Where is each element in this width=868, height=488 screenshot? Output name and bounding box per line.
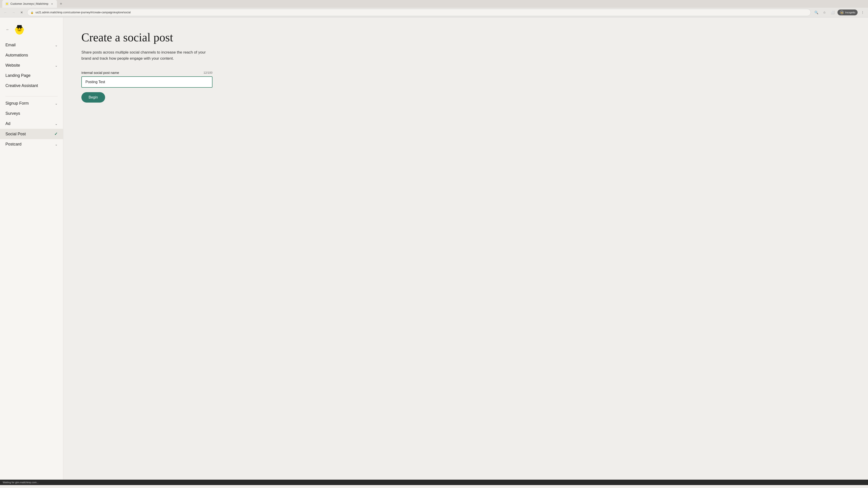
svg-point-5 [15,28,17,31]
status-text: Waiting for gtm.mailchimp.com... [3,481,39,484]
menu-button[interactable]: ⋮ [860,9,866,15]
url-display: us21.admin.mailchimp.com/customer-journe… [35,11,807,14]
split-view-button[interactable]: ⬜ [829,9,836,15]
sidebar-item-landing-page-label: Landing Page [5,73,31,78]
sidebar-item-ad[interactable]: Ad ⌄ [0,119,63,129]
chevron-down-icon: ⌄ [55,142,58,146]
app-layout: ← Email ⌄ [0,18,868,480]
social-post-name-input[interactable] [81,76,213,88]
tab-bar: Customer Journeys | Mailchimp ✕ + [0,0,868,8]
svg-rect-8 [17,27,22,28]
sidebar-item-email-label: Email [5,43,16,47]
form-label: Internal social post name [81,71,119,74]
sidebar-item-creative-assistant-label: Creative Assistant [5,84,38,88]
reload-button[interactable]: ✕ [19,9,25,15]
tab-title: Customer Journeys | Mailchimp [10,2,49,5]
sidebar-item-ad-label: Ad [5,121,10,126]
forward-nav-button[interactable]: → [10,9,17,15]
sidebar-header: ← [0,21,63,40]
chevron-down-icon: ⌄ [55,102,58,105]
active-tab[interactable]: Customer Journeys | Mailchimp ✕ [2,0,57,8]
address-bar-row: ← → ✕ 🔒 us21.admin.mailchimp.com/custome… [0,8,868,17]
svg-point-6 [22,28,24,31]
sidebar-item-signup-form[interactable]: Signup Form ⌄ [0,98,63,108]
check-icon: ✓ [54,131,58,136]
form-label-row: Internal social post name 12/100 [81,71,213,74]
sidebar-item-surveys[interactable]: Surveys [0,108,63,119]
sidebar-item-surveys-label: Surveys [5,111,20,116]
page-title: Create a social post [81,31,850,44]
incognito-label: Incognito [845,11,855,14]
form-group: Internal social post name 12/100 Begin [81,71,213,103]
secure-icon: 🔒 [31,11,34,14]
mailchimp-logo [13,24,25,35]
browser-actions: 🔍 ☆ ⬜ 🕵 Incognito ⋮ [813,9,866,15]
chevron-down-icon: ⌄ [55,64,58,67]
sidebar-item-postcard-label: Postcard [5,142,22,147]
char-count: 12/100 [204,71,213,74]
sidebar-item-social-post-label: Social Post [5,132,26,136]
chevron-down-icon: ⌄ [55,122,58,126]
tab-favicon [5,2,8,5]
sidebar-item-email[interactable]: Email ⌄ [0,40,63,50]
sidebar-back-button[interactable]: ← [4,26,11,33]
begin-button[interactable]: Begin [81,92,105,103]
sidebar-item-creative-assistant[interactable]: Creative Assistant [0,80,63,91]
sidebar-nav-primary: Email ⌄ Automations Website ⌄ Landing Pa… [0,40,63,94]
back-nav-button[interactable]: ← [2,9,8,15]
bookmark-button[interactable]: ☆ [821,9,828,15]
chevron-down-icon: ⌄ [55,43,58,47]
sidebar-item-website-label: Website [5,63,20,68]
sidebar-item-social-post[interactable]: Social Post ✓ [0,129,63,139]
search-button[interactable]: 🔍 [813,9,819,15]
sidebar-nav-secondary: Signup Form ⌄ Surveys Ad ⌄ Social Post ✓… [0,98,63,153]
svg-point-3 [18,28,19,29]
nav-buttons: ← → ✕ [2,9,25,15]
sidebar-item-postcard[interactable]: Postcard ⌄ [0,139,63,149]
main-content: Create a social post Share posts across … [63,18,868,480]
svg-point-0 [6,3,8,5]
page-description: Share posts across multiple social chann… [81,49,213,61]
incognito-badge[interactable]: 🕵 Incognito [837,9,858,15]
tab-close-button[interactable]: ✕ [50,2,54,6]
sidebar: ← Email ⌄ [0,18,63,480]
sidebar-item-signup-form-label: Signup Form [5,101,29,106]
svg-point-4 [20,28,21,29]
browser-chrome: Customer Journeys | Mailchimp ✕ + ← → ✕ … [0,0,868,18]
sidebar-item-automations[interactable]: Automations [0,50,63,60]
sidebar-item-automations-label: Automations [5,53,28,58]
new-tab-button[interactable]: + [58,1,64,7]
address-bar[interactable]: 🔒 us21.admin.mailchimp.com/customer-jour… [27,9,811,16]
sidebar-item-landing-page[interactable]: Landing Page [0,70,63,80]
sidebar-item-website[interactable]: Website ⌄ [0,60,63,70]
status-bar: Waiting for gtm.mailchimp.com... [0,480,868,485]
incognito-icon: 🕵 [840,10,844,14]
